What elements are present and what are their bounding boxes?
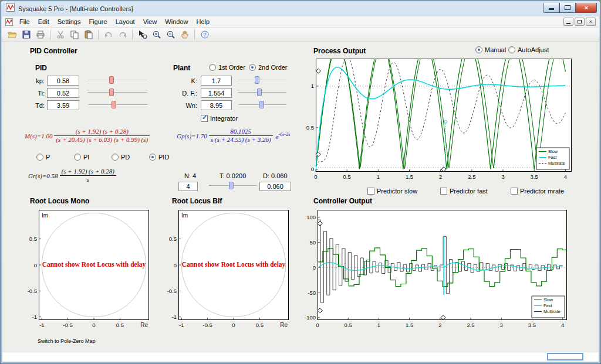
- menu-layout[interactable]: Layout: [112, 17, 139, 26]
- wn-slider-thumb[interactable]: [259, 101, 264, 108]
- kp-input[interactable]: [47, 76, 79, 86]
- t-slider[interactable]: [209, 182, 256, 190]
- t-slider-thumb[interactable]: [229, 182, 234, 189]
- svg-text:4: 4: [564, 174, 567, 180]
- mode-pi-radio[interactable]: [74, 154, 81, 161]
- svg-text:3.5: 3.5: [531, 174, 538, 180]
- undo-button[interactable]: [102, 29, 115, 41]
- root-locus-mono-plot[interactable]: -1-0.500.5-1-0.500.5ImReCannot show Root…: [19, 207, 155, 331]
- svg-text:Slow: Slow: [543, 297, 553, 302]
- maximize-button[interactable]: [559, 3, 576, 13]
- titlebar[interactable]: Sysquake 5 Pro - [Multi-rate Controllers…: [1, 1, 600, 15]
- plot-area[interactable]: [316, 59, 572, 172]
- cut-icon: [56, 30, 65, 39]
- im-axis-label: Im: [181, 212, 188, 219]
- child-close-button[interactable]: ×: [586, 18, 596, 26]
- help-button[interactable]: ?: [198, 29, 211, 41]
- n-value-label: N: 4: [184, 172, 196, 179]
- td-input[interactable]: [47, 100, 79, 110]
- copy-button[interactable]: [67, 29, 81, 41]
- wn-input[interactable]: [201, 100, 232, 110]
- manual-radio[interactable]: [475, 46, 482, 53]
- svg-text:Multirate: Multirate: [543, 309, 561, 314]
- minimize-button[interactable]: [543, 3, 559, 13]
- svg-text:-1: -1: [32, 314, 37, 320]
- menu-figure[interactable]: Figure: [85, 17, 111, 26]
- menu-settings[interactable]: Settings: [53, 17, 85, 26]
- svg-text:0.5: 0.5: [256, 322, 264, 328]
- kp-slider-thumb[interactable]: [109, 76, 114, 84]
- wn-slider[interactable]: [238, 101, 286, 109]
- cut-button[interactable]: [53, 29, 67, 41]
- command-box[interactable]: [547, 353, 583, 360]
- svg-text:2: 2: [439, 174, 442, 180]
- k-slider[interactable]: [238, 76, 286, 84]
- zoom-in-icon: [152, 30, 161, 39]
- svg-text:Fast: Fast: [543, 303, 553, 308]
- df-slider[interactable]: [238, 89, 286, 97]
- zoom-in-button[interactable]: [150, 29, 163, 41]
- menu-window[interactable]: Window: [161, 17, 192, 26]
- close-button[interactable]: ×: [576, 3, 597, 13]
- root-locus-bif-plot[interactable]: -1-0.500.5-1-0.500.5ImReCannot show Root…: [158, 207, 295, 331]
- pid-heading: PID: [35, 64, 47, 72]
- child-minimize-button[interactable]: [563, 18, 573, 26]
- kp-slider[interactable]: [88, 76, 147, 84]
- mode-p-radio[interactable]: [36, 154, 43, 161]
- td-slider-thumb[interactable]: [112, 101, 116, 108]
- svg-text:0.5: 0.5: [306, 124, 314, 131]
- document-icon[interactable]: [5, 18, 13, 26]
- mode-pd-radio[interactable]: [112, 154, 119, 161]
- redo-button[interactable]: [116, 29, 129, 41]
- predictor-mrate-checkbox[interactable]: [511, 188, 518, 195]
- svg-text:3: 3: [501, 174, 504, 180]
- df-input[interactable]: [201, 88, 232, 98]
- controller-output-plot[interactable]: 00.511.522.533.54-100-50050100SlowFastMu…: [298, 207, 572, 330]
- svg-text:1.5: 1.5: [406, 322, 413, 328]
- k-input[interactable]: [201, 76, 232, 86]
- order-1st-radio[interactable]: [209, 64, 216, 71]
- root-locus-warning: Cannot show Root Locus with delay: [182, 261, 286, 268]
- paste-button[interactable]: [82, 29, 95, 41]
- zoom-select-button[interactable]: [136, 29, 149, 41]
- child-restore-button[interactable]: [575, 18, 585, 26]
- order-2nd-radio[interactable]: [249, 64, 256, 71]
- pan-button[interactable]: [178, 29, 191, 41]
- k-slider-thumb[interactable]: [255, 76, 259, 84]
- svg-text:1: 1: [311, 83, 314, 89]
- menu-edit[interactable]: Edit: [34, 17, 53, 26]
- svg-text:-50: -50: [308, 290, 316, 296]
- d-input[interactable]: [259, 182, 291, 191]
- zoom-out-button[interactable]: [164, 29, 177, 41]
- svg-text:50: 50: [309, 239, 316, 246]
- df-slider-thumb[interactable]: [257, 89, 262, 96]
- open-button[interactable]: [5, 29, 19, 41]
- menu-view[interactable]: View: [139, 17, 161, 26]
- menu-help[interactable]: Help: [192, 17, 214, 26]
- n-input[interactable]: [178, 182, 198, 191]
- print-button[interactable]: [33, 29, 47, 41]
- svg-text:-0.5: -0.5: [167, 288, 177, 294]
- save-button[interactable]: [19, 29, 33, 41]
- predictor-slow-checkbox[interactable]: [367, 188, 374, 195]
- order-2nd: 2nd Order: [249, 64, 288, 71]
- ti-slider[interactable]: [88, 89, 147, 97]
- autoadjust-radio[interactable]: [508, 46, 515, 53]
- svg-text:-1: -1: [39, 322, 44, 328]
- kp-label: kp:: [26, 77, 45, 84]
- ti-slider-thumb[interactable]: [109, 89, 114, 96]
- toolbar-separator: [50, 30, 50, 40]
- predictor-fast-checkbox[interactable]: [440, 188, 447, 195]
- td-slider[interactable]: [88, 101, 147, 109]
- toolbar: ?: [2, 28, 599, 42]
- menu-file[interactable]: File: [15, 17, 34, 26]
- svg-text:-0.5: -0.5: [63, 322, 72, 328]
- root-locus-bif-heading: Root Locus Bif: [172, 197, 222, 205]
- mode-pid-radio[interactable]: [149, 154, 156, 161]
- integrator-checkbox[interactable]: [201, 115, 208, 122]
- window-controls: ×: [543, 3, 597, 13]
- process-output-plot[interactable]: 00.511.522.533.5400.51SlowFastMultirate: [299, 56, 573, 182]
- ti-input[interactable]: [47, 88, 79, 98]
- slider-track: [88, 92, 147, 93]
- switch-pole-zero-link[interactable]: Switch to Pole-Zero Map: [38, 338, 96, 344]
